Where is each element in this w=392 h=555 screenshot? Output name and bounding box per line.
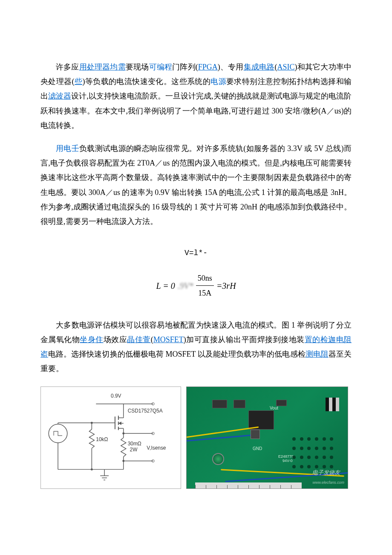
vsense-label: V,Isense [147,445,166,451]
text: 设计,以支持快速电流阶跃。一旦设计完成,关键的挑战就是测试电源与规定的电流阶跃和… [40,92,352,129]
text: 场效应 [104,335,127,344]
paragraph-1: 许多应用处理器均需要现场可编程门阵列(FPGA)、专用集成电路(ASIC)和其它… [40,60,352,133]
formula-block: V=l*- L = 0 .9V* 50ns 15A =3rH [40,246,352,301]
watermark-url: www.elecfans.com [312,480,344,485]
paragraph-2: 用电壬负载测试电源的瞬态响应很常见。对许多系统轨(如服务器的 3.3V 或 5V… [40,141,352,229]
formula-line-1: V=l*- [40,246,352,260]
text: 许多应 [56,63,79,71]
link-mosfet-chars1[interactable]: 坐身住 [80,335,103,344]
link-asic[interactable]: ASIC [277,63,295,71]
pcb-ruler [195,482,302,488]
svg-marker-9 [118,422,121,425]
text-power: 电源 [210,77,226,86]
text: )加可直接从输出平面焊接到接地装 [184,335,305,344]
schematic-diagram: 0.9V CSD17527Q5A 10k [40,386,181,489]
link-mosfet[interactable]: MOSFET [153,335,184,344]
link-cpu-char[interactable]: 些 [75,77,83,86]
text: 要现场 [126,63,149,71]
link-filter[interactable]: 滤波器 [48,92,71,100]
fraction-numerator: 50ns [196,271,214,286]
fraction-denominator: 15A [196,286,213,300]
r1-label: 10kΩ [96,436,108,442]
svg-point-28 [91,468,93,471]
formula-line-2: L = 0 .9V* 50ns 15A =3rH [156,271,236,300]
pcb-vout-label: Vout [270,404,278,412]
text-programmable: 可编程 [149,63,173,71]
text: 电路。选择快速切换的低栅极电荷 MOSFET 以及能处理负载功率的低电感检 [48,350,306,358]
text: )、专用 [218,63,244,71]
link-ic[interactable]: 集成电路 [244,63,275,71]
formula-fraction: 50ns 15A [196,271,214,300]
voltage-label: 0.9V [111,393,121,399]
formula-rhs: =3rH [216,278,236,294]
text: 负载测试电源的瞬态响应很常见。对许多系统轨(如服务器的 3.3V 或 5V 总线… [40,144,352,226]
text: 门阵列( [172,63,198,71]
r2-value: 30mΩ [128,441,141,447]
text: )等负载的电流快速变化。这些系统的 [82,77,210,86]
link-detect-resistor[interactable]: 测电阻 [306,350,329,358]
watermark: 电子发烧友 www.elecfans.com [312,468,344,487]
pcb-gnd-label: GND [253,445,262,453]
watermark-cn: 电子发烧友 [312,469,340,476]
link-processor[interactable]: 用处理器均需 [79,63,126,71]
pcb-silkscreen-2: 94V-0 [282,457,293,465]
pcb-photo: Vout GND E248779 94V-0 电子发烧友 www.elecfan… [186,386,348,489]
formula-lhs: L = 0 [156,278,175,294]
part-number: CSD17527Q5A [128,408,163,414]
formula-blurred: .9V* [178,278,193,294]
r2-power: 2W [130,447,138,453]
pcb-qr-code [326,398,339,411]
link-fpga[interactable]: FPGA [198,63,218,71]
paragraph-3: 大多数电源评估模块可以很容易地被配置为快速汲入电流的模式。图 1 举例说明了分立… [40,318,352,376]
link-mosfet-chars2[interactable]: 晶佳萱 [127,335,150,344]
figure-1: 0.9V CSD17527Q5A 10k [40,386,352,489]
text-electronic-load: 用电壬 [56,144,79,153]
